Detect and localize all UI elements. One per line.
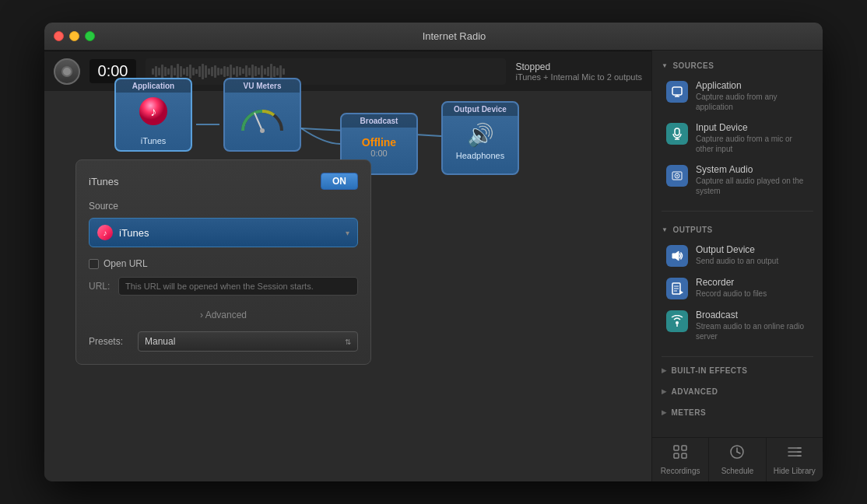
itunes-node-icon: ♪	[138, 96, 169, 133]
node-output-device[interactable]: Output Device 🔊 Headphones	[441, 101, 519, 175]
application-source-icon	[666, 81, 688, 103]
node-application-header: Application	[116, 79, 191, 93]
outputs-arrow-icon: ▼	[662, 226, 668, 233]
recordings-button[interactable]: Recordings	[652, 438, 709, 481]
output-device-desc: Send audio to an output	[696, 256, 778, 266]
svg-rect-22	[682, 446, 686, 450]
sidebar-item-recorder[interactable]: Recorder Record audio to files	[657, 272, 818, 304]
schedule-label: Schedule	[721, 467, 754, 475]
presets-chevron-icon: ⇅	[345, 338, 351, 346]
schedule-icon	[729, 444, 745, 464]
titlebar: Internet Radio	[44, 23, 823, 51]
svg-rect-23	[674, 453, 679, 458]
node-output-header: Output Device	[443, 103, 518, 116]
sidebar-item-output-device[interactable]: Output Device Send audio to an output	[657, 240, 818, 271]
source-select-value: iTunes	[119, 227, 149, 239]
application-source-desc: Capture audio from any application	[696, 92, 809, 112]
input-device-title: Input Device	[696, 122, 809, 133]
output-device-title: Output Device	[696, 244, 778, 255]
meters-section-header[interactable]: ▶ METERS	[652, 402, 823, 423]
input-device-desc: Capture audio from a mic or other input	[696, 134, 809, 154]
hide-library-button[interactable]: Hide Library	[767, 438, 823, 481]
application-source-title: Application	[696, 80, 809, 91]
svg-marker-13	[672, 251, 679, 261]
main-window: Internet Radio Application	[44, 23, 823, 481]
built-in-effects-arrow: ▶	[662, 367, 667, 374]
built-in-effects-label: BUILT-IN EFFECTS	[672, 366, 748, 375]
svg-text:♪: ♪	[150, 105, 156, 118]
node-graph: Application ♪	[68, 66, 636, 435]
svg-rect-4	[672, 87, 682, 95]
source-select-inner: ♪ iTunes	[97, 225, 149, 240]
url-input[interactable]	[118, 277, 358, 296]
schedule-button[interactable]: Schedule	[709, 438, 766, 481]
outputs-label: OUTPUTS	[672, 226, 712, 234]
svg-rect-7	[675, 128, 679, 135]
presets-value: Manual	[145, 336, 175, 347]
sidebar-item-input-device[interactable]: Input Device Capture audio from a mic or…	[657, 117, 818, 159]
broadcast-sidebar-icon	[666, 310, 688, 332]
hide-library-icon	[787, 444, 802, 464]
sidebar: ▼ SOURCES Application Capture audio	[651, 51, 823, 481]
broadcast-status: Offline	[362, 136, 396, 149]
sources-arrow-icon: ▼	[662, 62, 668, 69]
open-url-label: Open URL	[104, 258, 148, 269]
sidebar-item-broadcast[interactable]: Broadcast Stream audio to an online radi…	[657, 305, 818, 346]
svg-point-12	[676, 175, 678, 177]
source-select[interactable]: ♪ iTunes ▾	[89, 218, 358, 247]
hide-library-label: Hide Library	[774, 467, 816, 475]
vu-meter-visual	[239, 103, 286, 135]
input-device-text: Input Device Capture audio from a mic or…	[696, 122, 809, 154]
broadcast-title: Broadcast	[696, 310, 809, 320]
minimize-button[interactable]	[69, 31, 79, 41]
node-application-label: iTunes	[141, 136, 167, 145]
toggle-button[interactable]: ON	[321, 173, 358, 190]
chevron-down-icon: ▾	[346, 229, 349, 237]
svg-rect-21	[674, 446, 679, 450]
node-vu-meters[interactable]: VU Meters	[223, 78, 301, 152]
broadcast-time: 0:00	[370, 149, 387, 158]
advanced-button[interactable]: › Advanced	[89, 306, 358, 324]
panel-toggle-row: iTunes ON	[89, 173, 358, 190]
window-title: Internet Radio	[95, 30, 813, 42]
system-audio-desc: Capture all audio played on the system	[696, 176, 809, 196]
svg-rect-24	[682, 453, 686, 458]
sources-header[interactable]: ▼ SOURCES	[652, 57, 823, 75]
advanced-section-header[interactable]: ▶ ADVANCED	[652, 381, 823, 402]
traffic-lights	[54, 31, 95, 41]
output-device-text: Output Device Send audio to an output	[696, 244, 778, 266]
sources-section: ▼ SOURCES Application Capture audio	[652, 51, 823, 208]
outputs-header[interactable]: ▼ OUTPUTS	[652, 221, 823, 239]
presets-label: Presets:	[89, 336, 132, 347]
recorder-desc: Record audio to files	[696, 289, 767, 299]
presets-select[interactable]: Manual ⇅	[138, 331, 358, 352]
sidebar-item-system-audio[interactable]: System Audio Capture all audio played on…	[657, 159, 818, 201]
input-device-icon	[666, 123, 688, 145]
node-application[interactable]: Application ♪	[114, 78, 192, 152]
system-audio-title: System Audio	[696, 164, 809, 175]
svg-point-19	[676, 321, 679, 324]
broadcast-desc: Stream audio to an online radio server	[696, 321, 809, 341]
sidebar-item-application[interactable]: Application Capture audio from any appli…	[657, 75, 818, 117]
open-url-row: Open URL	[89, 258, 358, 269]
source-label: Source	[89, 201, 358, 212]
advanced-label: ADVANCED	[672, 387, 718, 396]
svg-point-3	[260, 128, 265, 133]
canvas-area: Application ♪	[44, 51, 651, 481]
svg-marker-18	[679, 290, 683, 295]
broadcast-text: Broadcast Stream audio to an online radi…	[696, 310, 809, 341]
svg-line-27	[737, 452, 740, 453]
sidebar-bottom: Recordings Schedule	[652, 437, 823, 481]
speaker-icon: 🔊	[467, 122, 494, 148]
close-button[interactable]	[54, 31, 64, 41]
maximize-button[interactable]	[85, 31, 95, 41]
open-url-checkbox[interactable]	[89, 259, 99, 269]
main-content: Application ♪	[44, 51, 823, 481]
node-output-label: Headphones	[456, 151, 504, 160]
built-in-effects-header[interactable]: ▶ BUILT-IN EFFECTS	[652, 360, 823, 381]
panel-title: iTunes	[89, 176, 119, 187]
advanced-arrow-icon: ▶	[662, 388, 667, 395]
recorder-sidebar-icon	[666, 278, 688, 299]
recorder-text: Recorder Record audio to files	[696, 277, 767, 299]
sources-label: SOURCES	[672, 61, 714, 70]
